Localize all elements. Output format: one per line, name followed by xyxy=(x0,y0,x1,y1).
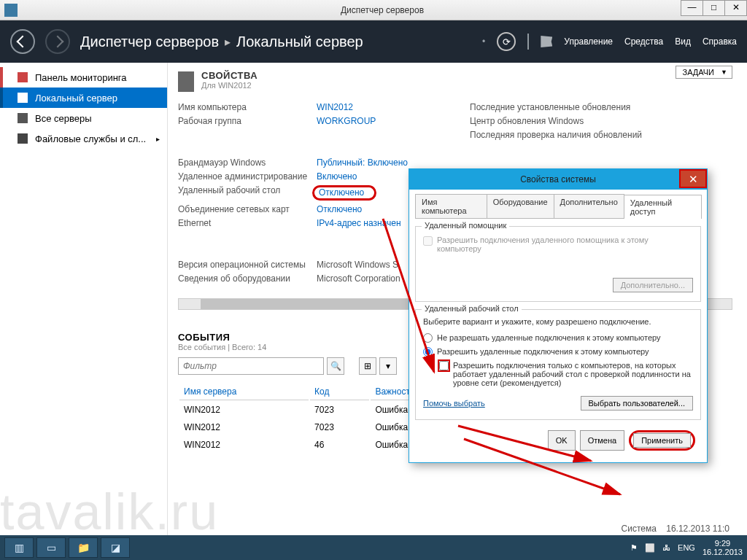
breadcrumb-root[interactable]: Диспетчер серверов xyxy=(80,34,219,50)
breadcrumb-sep: ▸ xyxy=(225,35,231,49)
col-code[interactable]: Код xyxy=(310,384,369,400)
sidebar-item-label: Панель мониторинга xyxy=(35,72,127,83)
tray-clock[interactable]: 9:29 16.12.2013 xyxy=(703,539,743,556)
sidebar-item-label: Файловые службы и сл... xyxy=(35,133,146,144)
tasks-dropdown[interactable]: ЗАДАЧИ xyxy=(676,66,732,79)
prop-label: Объединение сетевых карт xyxy=(178,204,317,214)
nav-back-button[interactable] xyxy=(10,29,35,54)
tab-advanced[interactable]: Дополнительно xyxy=(554,194,624,218)
powershell-icon: ▭ xyxy=(47,542,56,553)
tray-date: 16.12.2013 xyxy=(703,548,743,556)
radio-label: Разрешить удаленные подключения к этому … xyxy=(437,347,649,356)
tray-lang[interactable]: ENG xyxy=(678,543,695,552)
select-users-button[interactable]: Выбрать пользователей... xyxy=(581,396,694,411)
tab-hardware[interactable]: Оборудование xyxy=(487,194,554,218)
event-date: 16.12.2013 11:0 xyxy=(666,524,729,534)
properties-title: СВОЙСТВА xyxy=(201,70,258,81)
breadcrumb: Диспетчер серверов ▸ Локальный сервер xyxy=(80,34,363,50)
app-icon xyxy=(4,4,18,17)
group-title: Удаленный помощник xyxy=(422,221,509,230)
prop-remote-desktop[interactable]: Отключено xyxy=(319,187,364,198)
menu-help[interactable]: Справка xyxy=(703,36,737,47)
radio-allow[interactable]: Разрешить удаленные подключения к этому … xyxy=(423,347,693,357)
minimize-button[interactable]: — xyxy=(681,0,703,16)
prop-label: Последняя проверка наличия обновлений xyxy=(470,130,652,140)
header-ribbon: Диспетчер серверов ▸ Локальный сервер • … xyxy=(0,20,747,63)
prop-label: Рабочая группа xyxy=(178,116,317,126)
allow-remote-assistance-checkbox[interactable]: Разрешить подключения удаленного помощни… xyxy=(423,236,693,253)
dialog-titlebar[interactable]: Свойства системы ✕ xyxy=(409,169,707,190)
menu-manage[interactable]: Управление xyxy=(564,36,613,47)
app-icon: ◪ xyxy=(111,542,120,553)
prop-label: Центр обновления Windows xyxy=(470,116,652,126)
help-choose-link[interactable]: Помочь выбрать xyxy=(423,399,485,408)
file-services-icon xyxy=(18,133,28,144)
prop-firewall[interactable]: Публичный: Включено xyxy=(317,158,448,168)
notifications-flag-icon[interactable] xyxy=(541,36,552,47)
events-options-button[interactable]: ⊞ xyxy=(359,357,376,375)
checkbox-input[interactable] xyxy=(423,236,433,246)
prop-label: Версия операционной системы xyxy=(178,260,317,270)
properties-glyph-icon xyxy=(178,71,194,92)
remote-desktop-group: Удаленный рабочий стол Выберите вариант … xyxy=(415,309,701,420)
dashboard-icon xyxy=(18,72,28,82)
dialog-title: Свойства системы xyxy=(520,174,596,184)
sidebar: Панель мониторинга Локальный сервер Все … xyxy=(0,63,168,535)
prop-label: Ethernet xyxy=(178,218,317,228)
folder-icon: 📁 xyxy=(77,542,90,553)
radio-input[interactable] xyxy=(423,333,433,343)
window-title: Диспетчер серверов xyxy=(18,5,747,15)
maximize-button[interactable]: □ xyxy=(703,0,725,16)
tray-network-icon[interactable]: 🖧 xyxy=(662,543,670,552)
group-hint: Выберите вариант и укажите, кому разреше… xyxy=(423,317,693,326)
tray-action-center-icon[interactable]: ⬜ xyxy=(645,543,655,553)
prop-label: Удаленный рабочий стол xyxy=(178,185,317,201)
dialog-close-button[interactable]: ✕ xyxy=(679,169,707,188)
radio-label: Не разрешать удаленные подключения к это… xyxy=(437,333,661,342)
sidebar-item-local-server[interactable]: Локальный сервер xyxy=(0,88,167,108)
sidebar-item-file-services[interactable]: Файловые службы и сл... ▸ xyxy=(0,128,167,149)
ok-button[interactable]: OK xyxy=(548,430,576,451)
sidebar-item-dashboard[interactable]: Панель мониторинга xyxy=(0,67,167,88)
dialog-tabs: Имя компьютера Оборудование Дополнительн… xyxy=(415,194,701,219)
radio-input[interactable] xyxy=(423,347,433,357)
prop-label: Сведения об оборудовании xyxy=(178,273,317,284)
tab-computer-name[interactable]: Имя компьютера xyxy=(415,194,487,218)
tray-flag-icon[interactable]: ⚑ xyxy=(630,543,638,553)
breadcrumb-current: Локальный сервер xyxy=(236,34,363,50)
checkbox-input[interactable] xyxy=(439,361,449,370)
prop-label: Имя компьютера xyxy=(178,102,317,112)
taskbar-server-manager[interactable]: ▥ xyxy=(4,537,34,558)
sidebar-item-label: Локальный сервер xyxy=(35,93,117,104)
events-dropdown-button[interactable]: ▾ xyxy=(379,357,397,375)
properties-subtitle: Для WIN2012 xyxy=(201,81,258,90)
prop-workgroup[interactable]: WORKGROUP xyxy=(317,116,448,126)
events-filter-input[interactable] xyxy=(178,357,324,375)
taskbar-powershell[interactable]: ▭ xyxy=(36,537,66,558)
tray-time: 9:29 xyxy=(703,539,743,548)
checkbox-label: Разрешить подключения только с компьютер… xyxy=(453,361,693,387)
taskbar-app[interactable]: ◪ xyxy=(101,537,130,558)
advanced-button[interactable]: Дополнительно... xyxy=(613,278,693,292)
prop-label: Последние установленные обновления xyxy=(470,102,652,112)
col-server[interactable]: Имя сервера xyxy=(179,384,309,400)
nav-forward-button[interactable] xyxy=(45,29,70,54)
menu-view[interactable]: Вид xyxy=(675,36,691,47)
radio-disallow[interactable]: Не разрешать удаленные подключения к это… xyxy=(423,333,693,343)
refresh-button[interactable]: ⟳ xyxy=(497,32,516,51)
checkbox-label: Разрешить подключения удаленного помощни… xyxy=(437,236,693,253)
tab-remote[interactable]: Удаленный доступ xyxy=(624,195,702,219)
prop-label: Удаленное администрирование xyxy=(178,171,317,182)
window-titlebar: Диспетчер серверов — □ ✕ xyxy=(0,0,747,20)
nla-checkbox[interactable]: Разрешить подключения только с компьютер… xyxy=(439,361,693,387)
servers-icon xyxy=(18,113,28,123)
sidebar-item-all-servers[interactable]: Все серверы xyxy=(0,108,167,128)
taskbar-explorer[interactable]: 📁 xyxy=(69,537,98,558)
prop-computer-name[interactable]: WIN2012 xyxy=(317,102,448,112)
menu-tools[interactable]: Средства xyxy=(624,36,663,47)
close-button[interactable]: ✕ xyxy=(724,0,747,16)
events-search-button[interactable]: 🔍 xyxy=(327,357,344,375)
taskbar: ▥ ▭ 📁 ◪ ⚑ ⬜ 🖧 ENG 9:29 16.12.2013 xyxy=(0,535,747,560)
cancel-button[interactable]: Отмена xyxy=(580,430,624,451)
apply-button[interactable]: Применить xyxy=(633,433,691,448)
